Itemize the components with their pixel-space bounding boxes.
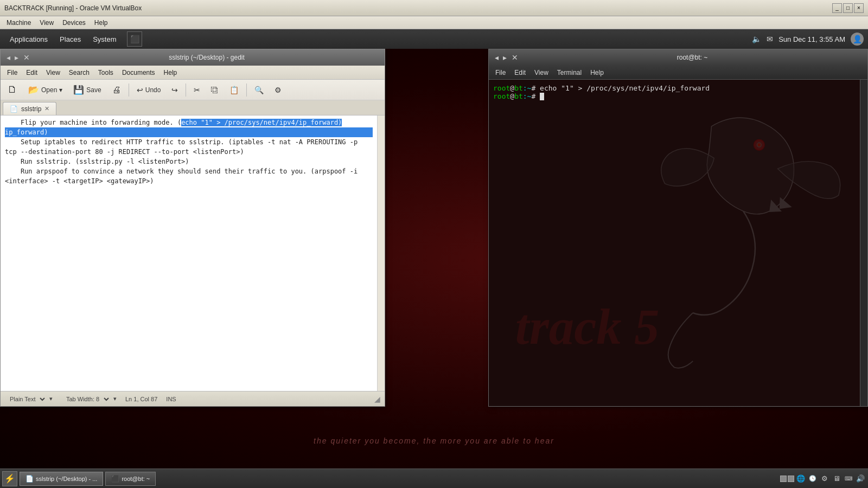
position-text: Ln 1, Col 87: [125, 396, 157, 402]
gedit-taskbar-icon: 📄: [25, 475, 34, 483]
taskbar: ⚡ 📄 sslstrip (~/Desktop) - ... ⬛ root@bt…: [0, 468, 868, 488]
terminal-line-1: root@bt:~# echo "1" > /proc/sys/net/ipv4…: [493, 84, 856, 92]
cut-icon: ✂: [194, 86, 200, 94]
prompt-host-1: bt: [514, 84, 523, 92]
terminal-title-text: root@bt: ~: [521, 54, 863, 61]
tray-settings-icon[interactable]: ⚙: [819, 473, 830, 484]
volume-icon[interactable]: 🔈: [752, 35, 761, 43]
gedit-menu-help[interactable]: Help: [159, 68, 182, 78]
gedit-prev-button[interactable]: ◂: [5, 53, 12, 62]
open-folder-icon: 📂: [28, 85, 39, 95]
terminal-scrollbar[interactable]: [860, 80, 867, 406]
terminal-inner: track 5 root@bt:~# echo "1" > /proc/sys/…: [489, 80, 867, 406]
terminal-menu-file[interactable]: File: [491, 68, 510, 78]
terminal-next-button[interactable]: ▸: [501, 53, 508, 62]
terminal-cursor: [540, 93, 544, 100]
terminal-menu-terminal[interactable]: Terminal: [553, 68, 586, 78]
gedit-editor[interactable]: Flip your machine into forwarding mode. …: [1, 115, 377, 391]
gedit-taskbar-label: sslstrip (~/Desktop) - ...: [36, 476, 97, 482]
vbox-menu-devices[interactable]: Devices: [58, 18, 90, 28]
gedit-search-button[interactable]: 🔍: [250, 84, 269, 97]
gedit-menu-tools[interactable]: Tools: [94, 68, 118, 78]
prompt-host-2: bt: [514, 92, 523, 100]
toolbar-sep-2: [186, 84, 186, 97]
vbox-title-text: BACKTRACK [Running] - Oracle VM VirtualB…: [4, 4, 832, 12]
vbox-maximize-button[interactable]: □: [843, 3, 853, 13]
gedit-next-button[interactable]: ▸: [13, 53, 20, 62]
gedit-cut-button[interactable]: ✂: [189, 84, 205, 97]
taskbar-bt-icon[interactable]: ⚡: [2, 471, 17, 486]
editor-line-5: Run arpspoof to convince a network they …: [5, 166, 373, 186]
tab-width-dropdown[interactable]: Tab Width: 8: [61, 394, 111, 404]
vbox-menu-view[interactable]: View: [35, 18, 58, 28]
terminal-menu-help[interactable]: Help: [586, 68, 608, 78]
gedit-tabbar: 📄 sslstrip ✕: [1, 100, 385, 115]
new-file-icon: 🗋: [8, 84, 17, 95]
terminal-content[interactable]: track 5 root@bt:~# echo "1" > /proc/sys/…: [489, 80, 860, 406]
desktop-sq-2: [788, 476, 794, 482]
tab-file-icon: 📄: [10, 105, 18, 113]
toolbar-sep-1: [129, 84, 129, 97]
gnome-places-menu[interactable]: Places: [54, 33, 86, 46]
ins-mode-text: INS: [166, 396, 176, 402]
taskbar-gedit-button[interactable]: 📄 sslstrip (~/Desktop) - ...: [20, 472, 103, 486]
tray-network-icon[interactable]: 🌐: [795, 473, 806, 484]
gedit-menu-file[interactable]: File: [3, 68, 22, 78]
show-desktop-button[interactable]: [780, 476, 794, 482]
tray-display-icon[interactable]: 🖥: [831, 473, 842, 484]
gnome-user-icon[interactable]: 👤: [851, 33, 864, 46]
terminal-menubar: File Edit View Terminal Help: [489, 66, 867, 80]
gedit-copy-button[interactable]: ⿻: [206, 84, 224, 97]
terminal-icon-symbol: ⬛: [130, 35, 139, 43]
taskbar-terminal-button[interactable]: ⬛ root@bt: ~: [105, 472, 156, 486]
gedit-tab-sslstrip[interactable]: 📄 sslstrip ✕: [3, 102, 56, 115]
gedit-open-button[interactable]: 📂 Open ▾: [23, 82, 67, 97]
gedit-menu-view[interactable]: View: [42, 68, 65, 78]
terminal-window: ◂ ▸ ✕ root@bt: ~ File Edit View Terminal…: [488, 49, 868, 407]
gedit-undo-button[interactable]: ↩ Undo: [132, 84, 166, 97]
cmd-text-1: echo "1" > /proc/sys/net/ipv4/ip_forward: [540, 84, 710, 92]
gedit-menu-documents[interactable]: Documents: [118, 68, 159, 78]
bt-logo-icon: ⚡: [4, 473, 15, 484]
prompt-hash-1: #: [531, 84, 540, 92]
gedit-scrollbar[interactable]: [377, 115, 385, 391]
terminal-taskbar-label: root@bt: ~: [122, 476, 150, 482]
gnome-applications-menu[interactable]: Applications: [4, 33, 53, 46]
redo-icon: ↪: [171, 86, 178, 94]
gnome-terminal-launch-icon[interactable]: ⬛: [127, 31, 142, 47]
gedit-close-button-title[interactable]: ✕: [23, 53, 30, 62]
terminal-close-button-title[interactable]: ✕: [512, 53, 518, 62]
open-label: Open: [41, 86, 57, 94]
gedit-redo-button[interactable]: ↪: [167, 84, 183, 97]
gedit-new-button[interactable]: 🗋: [3, 82, 22, 98]
gedit-search-replace-button[interactable]: ⚙: [270, 84, 286, 97]
editor-line-2: ip_forward): [5, 127, 373, 137]
tab-close-button[interactable]: ✕: [44, 105, 49, 112]
gedit-paste-button[interactable]: 📋: [225, 84, 244, 97]
language-dropdown[interactable]: Plain Text: [5, 394, 47, 404]
gnome-system-menu[interactable]: System: [87, 33, 122, 46]
tray-kbd-icon[interactable]: ⌨: [843, 473, 854, 484]
search-replace-icon: ⚙: [275, 86, 282, 94]
tray-sound-icon[interactable]: 🔊: [855, 473, 866, 484]
mail-icon[interactable]: ✉: [767, 35, 773, 43]
gedit-menu-search[interactable]: Search: [65, 68, 94, 78]
gedit-print-button[interactable]: 🖨: [107, 83, 126, 97]
status-lang: Plain Text ▾: [5, 394, 53, 404]
terminal-prev-button[interactable]: ◂: [493, 53, 500, 62]
terminal-taskbar-icon: ⬛: [111, 475, 119, 483]
vbox-win-controls: _ □ ×: [832, 3, 864, 13]
vbox-minimize-button[interactable]: _: [832, 3, 842, 13]
svg-point-3: [754, 139, 765, 150]
prompt-path-1: :~: [523, 84, 532, 92]
terminal-menu-view[interactable]: View: [530, 68, 553, 78]
status-resize[interactable]: ◢: [374, 395, 380, 403]
gedit-save-button[interactable]: 💾 Save: [68, 82, 106, 97]
vbox-menu-machine[interactable]: Machine: [2, 18, 35, 28]
terminal-bg-dragon: track 5: [489, 80, 860, 406]
terminal-menu-edit[interactable]: Edit: [510, 68, 530, 78]
vbox-menu-help[interactable]: Help: [90, 18, 112, 28]
tray-clock-icon[interactable]: 🕓: [807, 473, 818, 484]
gedit-menu-edit[interactable]: Edit: [22, 68, 42, 78]
vbox-close-button[interactable]: ×: [854, 3, 864, 13]
